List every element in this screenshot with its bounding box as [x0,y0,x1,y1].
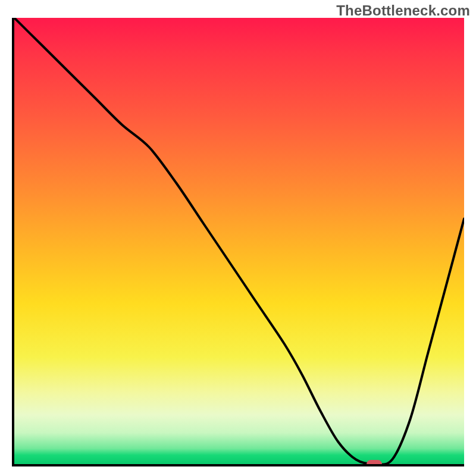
chart-container: TheBottleneck.com [0,0,476,476]
watermark-text: TheBottleneck.com [336,2,470,19]
bottleneck-curve [14,18,464,464]
optimum-marker [367,460,382,466]
plot-area [12,18,464,466]
